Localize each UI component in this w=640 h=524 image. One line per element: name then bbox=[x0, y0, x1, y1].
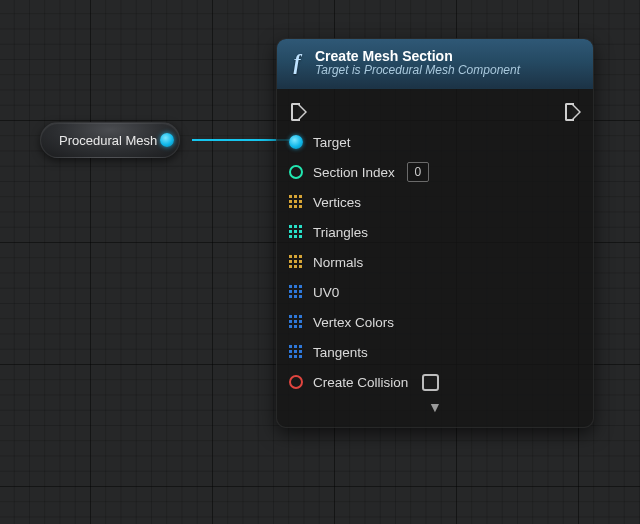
exec-out-pin[interactable] bbox=[565, 103, 579, 119]
function-icon: f bbox=[287, 52, 307, 74]
pin-label: Vertex Colors bbox=[313, 315, 394, 330]
node-header[interactable]: f Create Mesh Section Target is Procedur… bbox=[277, 39, 593, 89]
pin-row-target: Target bbox=[289, 127, 581, 157]
pin-label: Target bbox=[313, 135, 351, 150]
pin-label: Tangents bbox=[313, 345, 368, 360]
uv0-input-pin[interactable] bbox=[289, 285, 303, 299]
section-index-input-pin[interactable] bbox=[289, 165, 303, 179]
triangles-input-pin[interactable] bbox=[289, 225, 303, 239]
exec-pin-row bbox=[289, 97, 581, 127]
pin-label: Triangles bbox=[313, 225, 368, 240]
pin-label: Normals bbox=[313, 255, 363, 270]
pin-row-uv0: UV0 bbox=[289, 277, 581, 307]
vertices-input-pin[interactable] bbox=[289, 195, 303, 209]
pin-label: Section Index bbox=[313, 165, 395, 180]
variable-node-procedural-mesh[interactable]: Procedural Mesh bbox=[40, 122, 180, 158]
target-input-pin[interactable] bbox=[289, 135, 303, 149]
variable-node-label: Procedural Mesh bbox=[59, 133, 157, 148]
pin-row-tangents: Tangents bbox=[289, 337, 581, 367]
pin-row-triangles: Triangles bbox=[289, 217, 581, 247]
pin-row-create-collision: Create Collision bbox=[289, 367, 581, 397]
node-title-block: Create Mesh Section Target is Procedural… bbox=[315, 48, 520, 78]
section-index-value-input[interactable]: 0 bbox=[407, 162, 429, 182]
vertex-colors-input-pin[interactable] bbox=[289, 315, 303, 329]
pin-row-normals: Normals bbox=[289, 247, 581, 277]
expand-toggle[interactable]: ▼ bbox=[289, 397, 581, 421]
node-subtitle: Target is Procedural Mesh Component bbox=[315, 64, 520, 78]
create-collision-checkbox[interactable] bbox=[422, 374, 439, 391]
pin-row-section-index: Section Index 0 bbox=[289, 157, 581, 187]
pin-row-vertices: Vertices bbox=[289, 187, 581, 217]
normals-input-pin[interactable] bbox=[289, 255, 303, 269]
pin-label: UV0 bbox=[313, 285, 339, 300]
tangents-input-pin[interactable] bbox=[289, 345, 303, 359]
chevron-down-icon: ▼ bbox=[428, 399, 442, 415]
node-title: Create Mesh Section bbox=[315, 48, 520, 64]
pin-row-vertex-colors: Vertex Colors bbox=[289, 307, 581, 337]
function-node-create-mesh-section[interactable]: f Create Mesh Section Target is Procedur… bbox=[276, 38, 594, 428]
create-collision-input-pin[interactable] bbox=[289, 375, 303, 389]
node-body: Target Section Index 0 Vertices Triangle… bbox=[277, 89, 593, 427]
exec-in-pin[interactable] bbox=[291, 103, 305, 119]
pin-label: Create Collision bbox=[313, 375, 408, 390]
pin-label: Vertices bbox=[313, 195, 361, 210]
object-output-pin[interactable] bbox=[160, 133, 174, 147]
